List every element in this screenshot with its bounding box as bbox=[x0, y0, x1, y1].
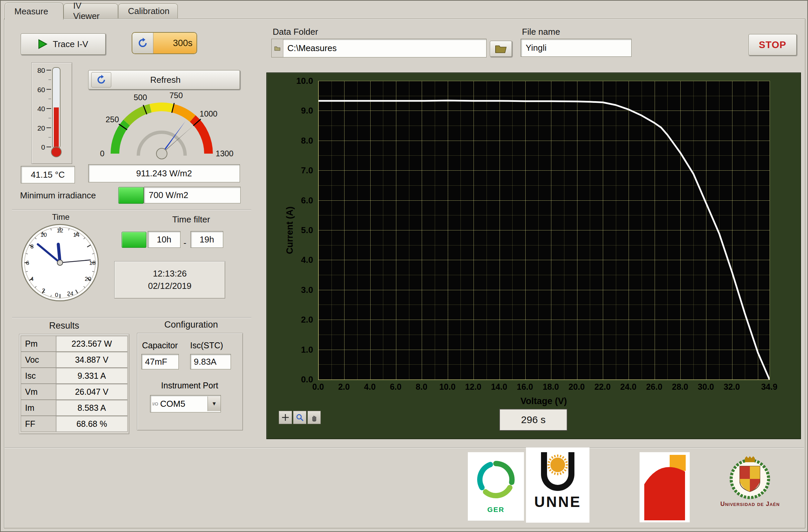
tab-measure[interactable]: Measure bbox=[5, 3, 63, 20]
application-window: Measure IV Viewer Calibration Trace I-V … bbox=[0, 0, 808, 532]
x-tick-label: 30.0 bbox=[692, 382, 719, 392]
result-value: 8.583 A bbox=[56, 400, 128, 416]
unne-logo-text: UNNE bbox=[534, 494, 582, 510]
cursor-tool-button[interactable] bbox=[279, 411, 292, 424]
zoom-tool-button[interactable] bbox=[293, 411, 307, 424]
x-tick-label: 14.0 bbox=[486, 382, 513, 392]
y-tick-label: 6.0 bbox=[287, 195, 313, 206]
data-folder-field[interactable]: C:\Measures bbox=[271, 39, 486, 57]
iv-curve bbox=[318, 81, 770, 380]
irradiance-value: 911.243 W/m2 bbox=[88, 164, 240, 182]
x-tick-label: 26.0 bbox=[641, 382, 668, 392]
interval-timer-control[interactable]: 300s bbox=[132, 32, 197, 54]
svg-text:80: 80 bbox=[37, 66, 45, 74]
clock-hub bbox=[57, 260, 62, 265]
iv-plot-area[interactable] bbox=[318, 81, 770, 380]
interval-value[interactable]: 300s bbox=[153, 33, 197, 53]
table-row: Pm223.567 W bbox=[21, 336, 128, 352]
configuration-title: Configuration bbox=[141, 320, 241, 330]
trace-iv-button[interactable]: Trace I-V bbox=[21, 33, 106, 55]
table-row: Vm26.047 V bbox=[21, 384, 128, 400]
dropdown-arrow-button[interactable]: ▼ bbox=[207, 396, 221, 411]
time-filter-from[interactable]: 10h bbox=[148, 231, 181, 248]
tab-calibration[interactable]: Calibration bbox=[118, 3, 178, 18]
graph-palette bbox=[279, 411, 321, 424]
crosshair-icon bbox=[281, 414, 289, 421]
refresh-button-icon-box bbox=[91, 72, 111, 88]
date-value: 02/12/2019 bbox=[148, 281, 191, 291]
min-irradiance-led[interactable] bbox=[118, 187, 144, 204]
svg-text:60: 60 bbox=[37, 86, 45, 94]
results-table: Pm223.567 W Voc34.887 V Isc9.331 A Vm26.… bbox=[19, 334, 129, 434]
table-row: Isc9.331 A bbox=[21, 368, 128, 384]
tab-iv-viewer[interactable]: IV Viewer bbox=[63, 3, 118, 18]
time-filter-led[interactable] bbox=[122, 232, 146, 248]
time-filter-to[interactable]: 19h bbox=[190, 231, 223, 248]
jaen-crest-icon bbox=[728, 456, 773, 500]
svg-text:20: 20 bbox=[37, 124, 45, 132]
x-tick-label: 4.0 bbox=[356, 382, 383, 392]
refresh-button[interactable]: Refresh bbox=[88, 70, 240, 90]
jaen-logo: Universidad de Jaén bbox=[717, 456, 783, 522]
svg-text:10: 10 bbox=[40, 231, 47, 238]
tab-bar: Measure IV Viewer Calibration bbox=[5, 2, 272, 19]
jaen-logo-text: Universidad de Jaén bbox=[720, 500, 780, 508]
stop-button-label: STOP bbox=[759, 39, 786, 51]
result-name: FF bbox=[21, 416, 56, 432]
irradiance-gauge: 0 250 500 750 1000 1300 bbox=[88, 90, 237, 162]
file-name-field[interactable]: Yingli bbox=[521, 39, 631, 57]
svg-text:250: 250 bbox=[106, 115, 119, 124]
result-value: 68.68 % bbox=[56, 416, 128, 432]
x-tick-label: 24.0 bbox=[615, 382, 642, 392]
x-tick-label: 16.0 bbox=[512, 382, 538, 392]
x-tick-label: 2.0 bbox=[330, 382, 357, 392]
svg-text:1300: 1300 bbox=[216, 149, 233, 158]
x-tick-label: 22.0 bbox=[589, 382, 616, 392]
pan-tool-button[interactable] bbox=[308, 411, 321, 424]
svg-text:0: 0 bbox=[100, 149, 104, 158]
y-axis-ticks: 0.01.02.03.04.05.06.07.08.09.010.0 bbox=[287, 81, 316, 379]
time-filter-label: Time filter bbox=[148, 214, 235, 225]
path-type-icon bbox=[272, 39, 283, 57]
y-tick-label: 8.0 bbox=[287, 136, 313, 146]
table-row: Im8.583 A bbox=[21, 400, 128, 416]
ger-swirl-icon bbox=[469, 456, 522, 506]
separator-line bbox=[12, 317, 251, 318]
timer-refresh-icon[interactable] bbox=[132, 33, 153, 53]
result-value: 223.567 W bbox=[56, 336, 128, 352]
capacitor-field[interactable]: 47mF bbox=[141, 354, 179, 369]
browse-folder-button[interactable] bbox=[490, 41, 512, 57]
unne-logo: UNNE bbox=[526, 448, 589, 522]
svg-text:500: 500 bbox=[134, 93, 147, 102]
svg-text:14: 14 bbox=[73, 231, 80, 238]
refresh-icon bbox=[96, 75, 106, 85]
file-name-label: File name bbox=[522, 27, 560, 37]
unne-u-sun-icon bbox=[537, 450, 579, 494]
svg-text:4: 4 bbox=[31, 276, 34, 282]
svg-text:2: 2 bbox=[42, 287, 45, 294]
instrument-port-dropdown[interactable]: I/O COM5 ▼ bbox=[150, 395, 221, 413]
instrument-port-value: COM5 bbox=[160, 399, 207, 409]
tab-calibration-label: Calibration bbox=[128, 6, 169, 16]
table-row: FF68.68 % bbox=[21, 416, 128, 432]
capacitor-label: Capacitor bbox=[142, 341, 178, 350]
results-title: Results bbox=[24, 321, 104, 331]
thermometer-fluid bbox=[54, 108, 59, 147]
x-tick-label: 34.9 bbox=[756, 382, 783, 392]
stop-button[interactable]: STOP bbox=[749, 34, 797, 55]
thermometer-bulb bbox=[52, 147, 61, 157]
x-tick-label: 20.0 bbox=[564, 382, 590, 392]
svg-text:24: 24 bbox=[67, 290, 74, 297]
trace-iv-label: Trace I-V bbox=[53, 39, 88, 50]
y-tick-label: 3.0 bbox=[287, 285, 313, 295]
datetime-display: 12:13:26 02/12/2019 bbox=[114, 261, 225, 299]
y-tick-label: 10.0 bbox=[287, 76, 313, 86]
y-tick-label: 5.0 bbox=[287, 225, 313, 235]
y-tick-label: 2.0 bbox=[287, 315, 313, 325]
result-name: Im bbox=[21, 400, 56, 416]
visa-io-icon: I/O bbox=[150, 401, 160, 406]
min-irradiance-value[interactable]: 700 W/m2 bbox=[144, 187, 241, 203]
isc-stc-field[interactable]: 9.83A bbox=[190, 354, 231, 369]
svg-text:8: 8 bbox=[31, 243, 34, 250]
x-axis-title: Voltage (V) bbox=[502, 396, 585, 406]
